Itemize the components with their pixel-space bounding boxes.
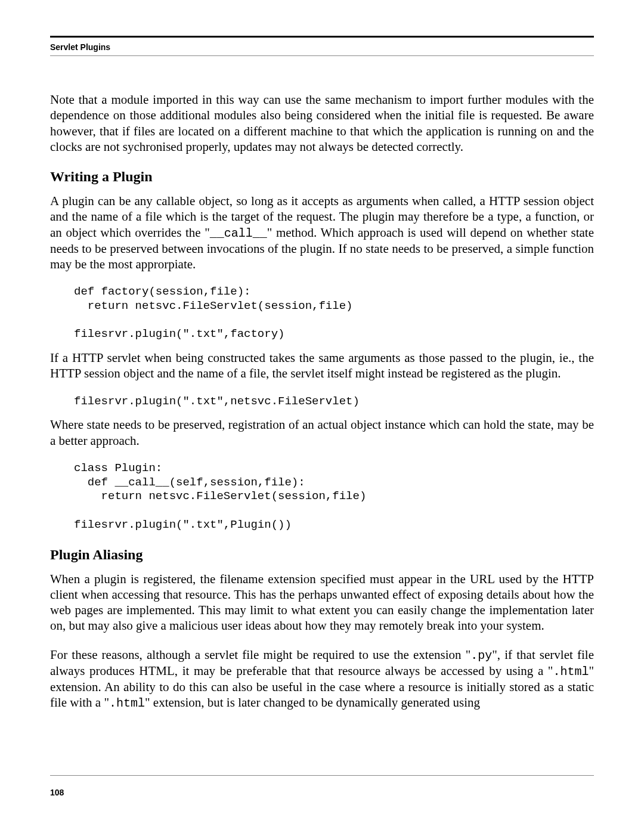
writing-paragraph-1: A plugin can be any callable object, so … <box>50 193 594 272</box>
aliasing-paragraph-2: For these reasons, although a servlet fi… <box>50 647 594 711</box>
inline-code-py: .py <box>470 649 492 662</box>
page-number: 108 <box>50 788 594 797</box>
code-block-plugin-class: class Plugin: def __call__(self,session,… <box>74 462 594 532</box>
document-page: Servlet Plugins Note that a module impor… <box>0 0 644 833</box>
writing-paragraph-2: If a HTTP servlet when being constructed… <box>50 350 594 382</box>
code-block-fileservlet: filesrvr.plugin(".txt",netsvc.FileServle… <box>74 395 594 409</box>
footer-rule <box>50 775 594 776</box>
intro-paragraph: Note that a module imported in this way … <box>50 92 594 154</box>
top-rule <box>50 36 594 38</box>
heading-writing-a-plugin: Writing a Plugin <box>50 169 594 185</box>
header-underline <box>50 55 594 56</box>
inline-code-html-1: .html <box>553 665 589 679</box>
heading-plugin-aliasing: Plugin Aliasing <box>50 547 594 563</box>
writing-paragraph-3: Where state needs to be preserved, regis… <box>50 417 594 448</box>
inline-code-html-2: .html <box>109 696 145 710</box>
inline-code-call: __call__ <box>210 227 267 240</box>
text-fragment: " extension, but is later changed to be … <box>145 695 480 710</box>
running-header: Servlet Plugins <box>50 42 594 52</box>
code-block-factory: def factory(session,file): return netsvc… <box>74 285 594 342</box>
footer: 108 <box>50 775 594 797</box>
aliasing-paragraph-1: When a plugin is registered, the filenam… <box>50 571 594 634</box>
text-fragment: For these reasons, although a servlet fi… <box>50 648 470 662</box>
